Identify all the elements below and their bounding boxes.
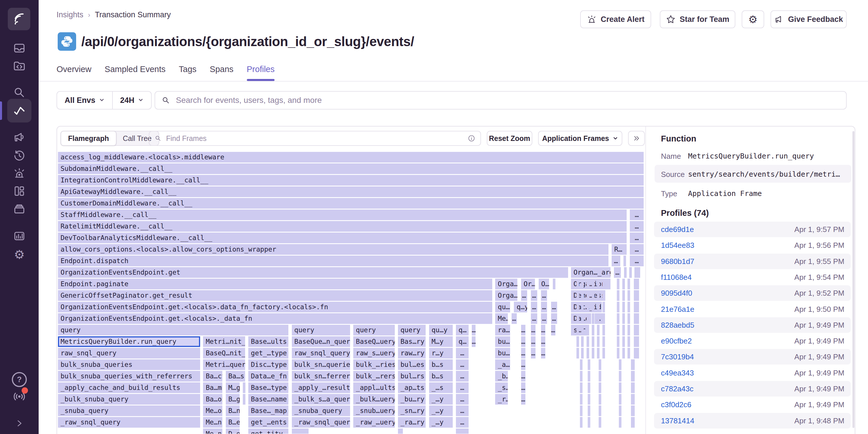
flame-cell[interactable] [587, 279, 589, 289]
flame-cell[interactable] [619, 359, 621, 370]
flame-cell[interactable]: get_…ents [248, 417, 288, 428]
flame-cell[interactable] [627, 313, 630, 324]
flame-cell[interactable]: Base…ults [248, 336, 288, 347]
flame-cell[interactable]: Metri…nit__ [203, 336, 245, 347]
flame-cell[interactable]: ra…y [495, 325, 510, 335]
sentry-logo[interactable] [8, 8, 30, 30]
flame-cell[interactable] [602, 302, 605, 312]
flame-cell[interactable]: … [521, 382, 525, 393]
flame-cell[interactable]: _…y [429, 394, 453, 405]
flame-cell[interactable]: bulk_…rers [353, 371, 395, 381]
flame-cell[interactable] [588, 394, 590, 405]
flame-cell[interactable]: … [531, 302, 537, 312]
flame-cell[interactable]: … [456, 348, 469, 359]
flame-cell[interactable] [631, 359, 635, 370]
flame-cell[interactable] [599, 382, 601, 393]
flame-cell[interactable] [581, 313, 584, 324]
flame-cell[interactable] [634, 279, 639, 289]
panel-scrollbar[interactable] [852, 131, 855, 428]
flame-cell[interactable]: q…y [514, 302, 527, 312]
flame-cell[interactable]: _…s [429, 382, 453, 393]
flame-cell[interactable]: Base…name [248, 394, 288, 405]
flame-cell[interactable]: … [531, 290, 537, 301]
info-icon[interactable] [468, 135, 475, 142]
flame-cell[interactable]: _…y [429, 417, 453, 428]
flame-cell[interactable]: … [456, 371, 469, 381]
flame-cell[interactable]: bulk_snuba_queries [58, 359, 200, 370]
flame-cell[interactable] [619, 371, 621, 381]
flame-cell[interactable] [597, 290, 599, 301]
flame-cell[interactable] [588, 359, 590, 370]
flame-cell[interactable] [627, 290, 630, 301]
flame-cell[interactable] [602, 313, 605, 324]
flame-cell[interactable] [581, 325, 584, 335]
flame-cell[interactable]: BaseQ…uery [353, 336, 395, 347]
flame-cell[interactable]: allow_cors_options.<locals>.allow_cors_o… [58, 244, 609, 255]
event-search-input[interactable] [175, 95, 840, 105]
flame-cell[interactable]: Metri…query [203, 359, 245, 370]
flame-cell[interactable]: Orga….fn [495, 279, 517, 289]
flame-cell[interactable]: Base…_map [248, 405, 288, 416]
flame-cell[interactable] [627, 336, 630, 347]
flame-cell[interactable]: q… [456, 325, 469, 335]
settings-button[interactable]: ⚙ [742, 10, 764, 28]
flame-cell[interactable]: Orga…_fn [495, 290, 517, 301]
profile-link[interactable]: 21e76a1e [661, 301, 694, 317]
flame-cell[interactable]: … [551, 313, 557, 324]
flame-cell[interactable]: … [612, 256, 620, 266]
flame-cell[interactable]: Ba…mn [203, 382, 222, 393]
flame-cell[interactable] [602, 336, 605, 347]
flame-cell[interactable] [602, 279, 605, 289]
flame-cell[interactable] [592, 302, 594, 312]
profile-link[interactable]: f11068e4 [661, 269, 692, 285]
flame-cell[interactable]: get_…type [248, 348, 288, 359]
flame-cell[interactable]: r…y [429, 348, 453, 359]
profile-link[interactable]: 7c3019b4 [661, 349, 694, 365]
flame-cell[interactable]: … [630, 256, 644, 266]
flame-cell[interactable] [631, 371, 635, 381]
profile-link[interactable]: 9680b1d7 [661, 254, 694, 269]
flame-cell[interactable]: … [531, 336, 535, 347]
sidebar-item-alerts-siren-icon[interactable] [10, 164, 29, 182]
flame-cell[interactable]: q… [456, 336, 469, 347]
flame-cell[interactable] [587, 348, 589, 359]
profile-link[interactable]: c49ea343 [661, 365, 694, 381]
flame-cell[interactable]: _raw_snql_query [58, 417, 200, 428]
flame-cell[interactable]: _bu…ry [398, 394, 426, 405]
tab-spans[interactable]: Spans [210, 65, 233, 81]
flame-cell[interactable]: bul…rs [398, 371, 426, 381]
flame-cell[interactable] [622, 336, 625, 347]
flame-cell[interactable] [577, 290, 579, 301]
profile-link[interactable]: c782a43c [661, 381, 693, 397]
flame-cell[interactable] [634, 267, 640, 278]
flame-cell[interactable]: qu…y [495, 302, 510, 312]
flame-cell[interactable]: … [551, 302, 557, 312]
flame-cell[interactable] [588, 382, 590, 393]
profile-link[interactable]: 1d54ee83 [661, 237, 694, 253]
flame-cell[interactable]: bu…s [495, 348, 510, 359]
flame-cell[interactable]: … [456, 405, 469, 416]
flame-cell[interactable] [587, 290, 589, 301]
flame-cell[interactable] [577, 313, 579, 324]
flame-cell[interactable]: _snub…uery [353, 405, 395, 416]
flame-cell[interactable] [587, 325, 589, 335]
frame-filter-dropdown[interactable]: Application Frames [538, 131, 622, 146]
flame-cell[interactable] [456, 429, 469, 434]
flame-cell[interactable] [592, 313, 594, 324]
flame-cell[interactable]: D…e [226, 429, 240, 434]
profile-link[interactable]: c3f0d2c6 [661, 397, 691, 412]
flame-cell[interactable] [588, 371, 590, 381]
flame-cell[interactable] [599, 359, 601, 370]
flame-cell[interactable] [581, 290, 584, 301]
flame-cell[interactable]: … [541, 325, 545, 335]
expand-panel-button[interactable] [628, 131, 645, 146]
flame-cell[interactable]: … [541, 290, 547, 301]
flame-cell[interactable] [580, 371, 583, 381]
create-alert-button[interactable]: Create Alert [580, 10, 651, 28]
flame-cell[interactable]: … [630, 244, 644, 255]
flame-cell[interactable]: … [541, 313, 547, 324]
flame-cell[interactable]: _s…y [495, 382, 508, 393]
flame-cell[interactable]: b…s [429, 371, 453, 381]
flame-cell[interactable] [622, 325, 625, 335]
flame-cell[interactable] [627, 302, 630, 312]
